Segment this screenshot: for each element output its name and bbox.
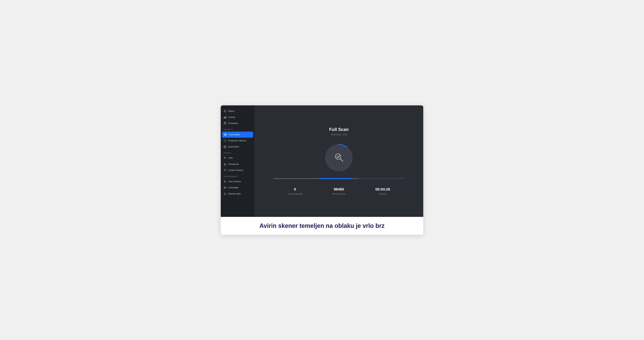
caption-area: Avirin skener temeljen na oblaku je vrlo… — [221, 217, 423, 235]
section-label-security: SECURITY — [221, 126, 254, 132]
stat-threats: 0 Threats detected — [273, 187, 317, 195]
uninstaller-icon — [224, 186, 226, 189]
app-window: Status Activity — [221, 105, 423, 235]
scan-circle — [326, 144, 352, 171]
sidebar-item-quarantine[interactable]: Quarantine — [221, 144, 254, 150]
status-icon — [224, 110, 226, 113]
sidebar-item-virus-scans[interactable]: Virus Scans — [222, 132, 253, 138]
scan-title: Full Scan — [329, 127, 349, 132]
svg-point-20 — [225, 164, 225, 165]
stat-value-threats: 0 — [273, 187, 317, 192]
sidebar-item-status[interactable]: Status — [221, 108, 254, 114]
startup-apps-icon — [224, 192, 226, 195]
stat-label-threats: Threats detected — [288, 193, 302, 195]
sidebar-item-label: Activity — [228, 116, 235, 118]
section-label-privacy: PRIVACY — [221, 150, 254, 155]
stat-label-items: Items scanned — [332, 193, 346, 195]
passwords-icon — [224, 163, 226, 166]
sidebar: Status Activity — [221, 105, 254, 217]
main-content: Full Scan Scanning...11% — [254, 105, 423, 217]
stat-duration: 00:04:26 Duration — [361, 187, 405, 195]
svg-rect-15 — [224, 146, 226, 147]
svg-point-1 — [224, 111, 225, 112]
activity-icon — [224, 116, 226, 119]
sidebar-item-label: Status — [228, 110, 234, 112]
stat-value-duration: 00:04:26 — [361, 187, 405, 192]
sidebar-item-startup-apps[interactable]: Startup Apps — [221, 191, 254, 197]
svg-rect-17 — [224, 147, 225, 148]
sidebar-item-protection-options[interactable]: Protection Options — [221, 138, 254, 144]
stat-items: 98460 Items scanned — [317, 187, 361, 195]
progress-bar-track — [273, 178, 405, 179]
svg-point-18 — [225, 158, 225, 159]
progress-bar-active — [319, 178, 352, 179]
stat-value-items: 98460 — [317, 187, 361, 192]
sidebar-item-label: Scheduler — [228, 122, 238, 125]
svg-rect-3 — [224, 117, 225, 118]
svg-rect-4 — [225, 116, 226, 118]
scheduler-icon — [224, 122, 226, 125]
sidebar-item-vpn[interactable]: VPN — [221, 155, 254, 161]
svg-rect-5 — [226, 117, 226, 118]
sidebar-item-label: Passwords — [228, 163, 239, 165]
stat-label-duration: Duration — [379, 193, 386, 195]
svg-rect-2 — [224, 117, 224, 118]
sidebar-item-activity[interactable]: Activity — [221, 114, 254, 120]
progress-ring — [324, 143, 353, 172]
sidebar-item-scheduler[interactable]: Scheduler — [221, 120, 254, 126]
sidebar-item-label: Junk Cleaner — [228, 180, 241, 183]
app-frame: Status Activity — [221, 105, 423, 217]
sidebar-item-label: Cookie Cleaner — [228, 169, 243, 171]
scan-subtitle: Scanning...11% — [330, 133, 347, 136]
sidebar-item-label: Quarantine — [228, 145, 239, 148]
svg-rect-11 — [225, 123, 225, 124]
protection-options-icon — [224, 139, 226, 142]
svg-point-28 — [326, 145, 352, 171]
sidebar-item-passwords[interactable]: Passwords — [221, 161, 254, 167]
progress-section — [273, 178, 405, 179]
scan-icon-wrapper — [326, 144, 352, 171]
sidebar-item-label: VPN — [228, 157, 233, 159]
sidebar-item-label: Startup Apps — [228, 192, 241, 195]
sidebar-item-uninstaller[interactable]: Uninstaller — [221, 185, 254, 191]
sidebar-item-junk-cleaner[interactable]: Junk Cleaner — [221, 179, 254, 185]
svg-point-13 — [225, 134, 226, 135]
sidebar-item-label: Protection Options — [228, 139, 246, 142]
quarantine-icon — [224, 145, 226, 148]
svg-rect-16 — [224, 147, 225, 147]
junk-cleaner-icon — [224, 180, 226, 183]
vpn-icon — [224, 157, 226, 160]
sidebar-item-label: Uninstaller — [228, 186, 238, 189]
caption-text: Avirin skener temeljen na oblaku je vrlo… — [228, 222, 416, 229]
sidebar-item-cookie-cleaner[interactable]: Cookie Cleaner — [221, 167, 254, 173]
stats-row: 0 Threats detected 98460 Items scanned 0… — [273, 187, 405, 195]
cookie-cleaner-icon — [224, 169, 226, 172]
svg-rect-10 — [224, 123, 224, 124]
sidebar-item-label: Virus Scans — [228, 133, 240, 136]
virus-scans-icon — [224, 133, 227, 136]
section-label-performance: PERFORMANCE — [221, 173, 254, 179]
